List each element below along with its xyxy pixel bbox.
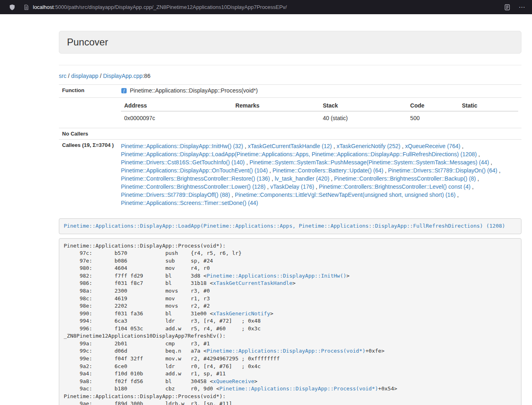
page-actions-menu-icon[interactable]: ⋯	[519, 3, 526, 11]
asm-symbol-link[interactable]: xQueueReceive	[213, 378, 254, 384]
callee-link[interactable]: Pinetime::Applications::DisplayApp::Init…	[121, 143, 243, 149]
callee-link[interactable]: Pinetime::Controllers::BrightnessControl…	[121, 175, 270, 182]
url-host: localhost	[33, 4, 54, 10]
function-type-icon: f	[121, 88, 127, 95]
metrics-data-row: 0x0000097c 40 (static) 500	[121, 111, 518, 125]
highlighted-callee-link[interactable]: Pinetime::Applications::DisplayApp::Load…	[64, 223, 505, 229]
col-remarks: Remarks	[232, 100, 319, 111]
col-code: Code	[407, 100, 459, 111]
callee-link[interactable]: Pinetime::Drivers::St7789::DisplayOn() (…	[388, 167, 497, 174]
callee-link[interactable]: Pinetime::Applications::Screens::Timer::…	[121, 200, 258, 206]
url-path: :5000/path/src/displayapp/DisplayApp.cpp…	[54, 4, 287, 10]
function-name-cell: f Pinetime::Applications::DisplayApp::Pr…	[118, 85, 521, 98]
function-table: Function f Pinetime::Applications::Displ…	[59, 84, 521, 209]
callees-label: Callees (19, Σ=3704 )	[59, 140, 118, 210]
callee-link[interactable]: Pinetime::Drivers::Cst816S::GetTouchInfo…	[121, 159, 245, 166]
callee-link[interactable]: Pinetime::Components::LittleVgl::SetNewT…	[235, 192, 456, 198]
disassembly: Pinetime::Applications::DisplayApp::Proc…	[59, 238, 521, 405]
asm-symbol-link[interactable]: xTaskGetCurrentTaskHandle	[213, 280, 293, 286]
callee-link[interactable]: xTaskGenericNotify (252)	[336, 143, 400, 149]
function-name: Pinetime::Applications::DisplayApp::Proc…	[130, 87, 258, 94]
callee-link[interactable]: Pinetime::Controllers::Battery::Update()…	[273, 167, 383, 174]
metrics-row-label	[59, 98, 118, 128]
code-size-value: 500	[407, 111, 459, 125]
callee-link[interactable]: Pinetime::Controllers::BrightnessControl…	[319, 183, 470, 190]
callee-link[interactable]: Pinetime::Controllers::BrightnessControl…	[121, 183, 265, 190]
metrics-row: Address Remarks Stack Code Static 0x0000…	[59, 98, 521, 128]
col-stack: Stack	[319, 100, 407, 111]
callee-link[interactable]: lv_task_handler (420)	[275, 175, 330, 182]
col-static: Static	[459, 100, 518, 111]
static-value	[459, 111, 518, 125]
app-title: Puncover	[67, 37, 513, 48]
metrics-cell: Address Remarks Stack Code Static 0x0000…	[118, 98, 521, 128]
callees-row: Callees (19, Σ=3704 ) Pinetime::Applicat…	[59, 140, 521, 210]
tracking-protection-shield-icon[interactable]	[9, 4, 15, 11]
address-bar[interactable]: localhost:5000/path/src/displayapp/Displ…	[33, 4, 499, 10]
callee-link[interactable]: vTaskDelay (176)	[270, 183, 314, 190]
breadcrumb-link[interactable]: DisplayApp.cpp	[103, 73, 142, 79]
browser-toolbar: localhost:5000/path/src/displayapp/Displ…	[0, 0, 532, 14]
highlighted-callee-box: Pinetime::Applications::DisplayApp::Load…	[59, 218, 521, 234]
asm-symbol-link[interactable]: Pinetime::Applications::DisplayApp::Proc…	[220, 386, 378, 392]
asm-symbol-link[interactable]: xTaskGenericNotify	[213, 310, 270, 317]
no-callers-row: No Callers	[59, 128, 521, 140]
page-content: Puncover src / displayapp / DisplayApp.c…	[59, 31, 521, 405]
callee-link[interactable]: xQueueReceive (764)	[405, 143, 460, 149]
reader-view-icon[interactable]	[504, 4, 510, 11]
address-value: 0x0000097c	[121, 111, 232, 125]
metrics-table: Address Remarks Stack Code Static 0x0000…	[121, 100, 518, 125]
remarks-value	[232, 111, 319, 125]
callee-link[interactable]: Pinetime::Drivers::St7789::DisplayOff() …	[121, 192, 230, 198]
no-callers-cell	[118, 128, 521, 140]
breadcrumb-link[interactable]: displayapp	[71, 73, 98, 79]
breadcrumb-links: src / displayapp / DisplayApp.cpp	[59, 73, 142, 79]
callee-link[interactable]: xTaskGetCurrentTaskHandle (12)	[248, 143, 332, 149]
callee-link[interactable]: Pinetime::Controllers::BrightnessControl…	[334, 175, 476, 182]
callee-link[interactable]: Pinetime::System::SystemTask::PushMessag…	[250, 159, 489, 166]
function-row-label: Function	[59, 85, 118, 98]
function-row: Function f Pinetime::Applications::Displ…	[59, 85, 521, 98]
callee-link[interactable]: Pinetime::Applications::DisplayApp::Load…	[121, 151, 477, 157]
breadcrumb-link[interactable]: src	[59, 73, 67, 79]
asm-symbol-link[interactable]: Pinetime::Applications::DisplayApp::Proc…	[207, 348, 365, 354]
no-callers-label: No Callers	[59, 128, 118, 140]
asm-symbol-link[interactable]: Pinetime::Applications::DisplayApp::Init…	[207, 273, 346, 279]
callees-list: Pinetime::Applications::DisplayApp::Init…	[118, 140, 521, 210]
stack-value: 40 (static)	[319, 111, 407, 125]
col-address: Address	[121, 100, 232, 111]
breadcrumb-suffix: :86	[142, 73, 150, 79]
callee-link[interactable]: Pinetime::Applications::DisplayApp::OnTo…	[121, 167, 268, 174]
site-identity-page-icon[interactable]	[24, 4, 29, 10]
app-header: Puncover	[59, 31, 521, 54]
breadcrumb: src / displayapp / DisplayApp.cpp:86	[59, 65, 521, 84]
